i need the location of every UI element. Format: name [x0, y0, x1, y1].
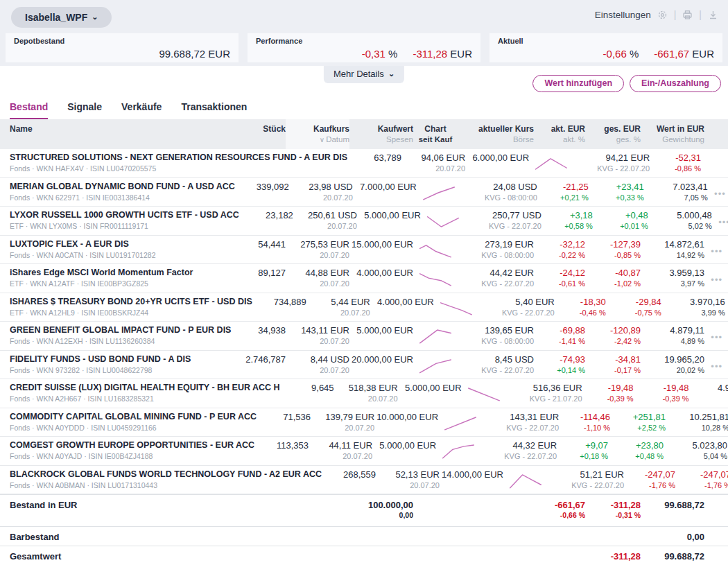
tab-transaktionen[interactable]: Transaktionen [181, 101, 247, 119]
row-menu-icon[interactable]: ••• [704, 354, 722, 372]
current-price-cell: 24,08 USD KVG - 08:00:00 [461, 182, 537, 202]
buy-value-cell: 7.000,00 EUR [353, 182, 417, 193]
more-details-toggle[interactable]: Mehr Details ⌄ [324, 66, 404, 83]
row-menu-icon[interactable]: ••• [708, 182, 726, 199]
table-row[interactable]: LUXTOPIC FLEX - A EUR DIS Fonds · WKN A0… [0, 236, 728, 265]
col-name[interactable]: Name [10, 119, 232, 139]
grand-total-change-cell: -311,28 [585, 551, 641, 562]
table-row[interactable]: MERIAN GLOBAL DYNAMIC BOND FUND - A USD … [0, 178, 728, 207]
settings-label[interactable]: Einstellungen [595, 10, 651, 20]
fund-name-link[interactable]: iShares Edge MSCI World Momentum Factor [10, 268, 232, 277]
total-change-cell: -247,07 -1,76 % [675, 469, 728, 490]
table-row[interactable]: GREEN BENEFIT GLOBAL IMPACT FUND - P EUR… [0, 322, 728, 351]
table-row[interactable]: ISHARES $ TREASURY BOND 20+YR UCITS ETF … [0, 293, 728, 322]
fund-name-link[interactable]: LUXTOPIC FLEX - A EUR DIS [10, 239, 232, 249]
value-cell: 10.251,81 10,28 % [666, 412, 728, 433]
buy-price-cell: 275,53 EUR 20.07.20 [286, 239, 349, 260]
sparkline [428, 217, 459, 227]
col-kaufwert[interactable]: Kaufwert Spesen [349, 119, 413, 148]
fund-name-link[interactable]: COMGEST GROWTH EUROPE OPPORTUNITIES - EU… [10, 440, 254, 450]
fund-name-link[interactable]: LYXOR RUSSELL 1000 GROWTH UCITS ETF - US… [10, 210, 239, 220]
current-price-cell: 51,21 EUR KVG - 22.07.20 [548, 469, 624, 490]
sparkline [445, 417, 476, 429]
sparkline [420, 359, 451, 372]
shares-cell: 54,441 [232, 239, 286, 250]
col-ges-eur[interactable]: ges. EUR ges. % [585, 119, 641, 148]
fund-meta: Fonds · WKN A0BMAN · ISIN LU0171310443 [10, 481, 322, 489]
fund-name-link[interactable]: FIDELITY FUNDS - USD BOND FUND - A DIS [10, 354, 232, 364]
table-row[interactable]: CREDIT SUISSE (LUX) DIGITAL HEALTH EQUIT… [0, 379, 728, 408]
fund-name-link[interactable]: BLACKROCK GLOBAL FUNDS WORLD TECHNOLOGY … [10, 469, 322, 479]
table-header: Name Stück Kaufkurs ∨Datum Kaufwert Spes… [0, 119, 728, 149]
gear-icon[interactable] [657, 10, 668, 20]
total-buy-value-cell: 100.000,00 0,00 [349, 500, 413, 520]
payment-button[interactable]: Ein-/Auszahlung [630, 75, 721, 92]
depot-card: Depotbestand 99.688,72 EUR [6, 33, 239, 62]
total-change-cell: -19,48 -0,39 % [634, 383, 689, 403]
table-row[interactable]: COMGEST GROWTH EUROPE OPPORTUNITIES - EU… [0, 437, 728, 466]
fund-name-link[interactable]: STRUCTURED SOLUTIONS - NEXT GENERATION R… [10, 153, 347, 162]
fund-name-link[interactable]: COMMODITY CAPITAL GLOBAL MINING FUND - P… [10, 412, 257, 421]
fund-meta: Fonds · WKN HAFX4V · ISIN LU0470205575 [10, 164, 347, 173]
col-stueck[interactable]: Stück [232, 119, 286, 139]
table-row[interactable]: LYXOR RUSSELL 1000 GROWTH UCITS ETF - US… [0, 207, 728, 236]
toolbar: Einstellungen | | [595, 9, 718, 20]
cash-label: Barbestand [10, 532, 232, 542]
buy-price-cell: 44,11 EUR 20.07.20 [309, 440, 372, 461]
fund-meta: ETF · WKN A12ATF · ISIN IE00BP3GZ825 [10, 279, 232, 288]
col-wert[interactable]: Wert in EUR Gewichtung [641, 119, 704, 148]
table-row[interactable]: BLACKROCK GLOBAL FUNDS WORLD TECHNOLOGY … [0, 466, 728, 495]
value-cell: 19.965,20 20,02 % [641, 354, 704, 375]
chevron-down-icon: ⌄ [388, 69, 395, 78]
daily-change-cell: -52,31 -0,86 % [650, 153, 701, 173]
col-akt-eur[interactable]: akt. EUR akt. % [534, 119, 585, 148]
fund-name-link[interactable]: GREEN BENEFIT GLOBAL IMPACT FUND - P EUR… [10, 325, 232, 335]
shares-cell: 268,559 [322, 469, 376, 480]
row-menu-icon[interactable]: ••• [704, 325, 722, 342]
depot-value: 99.688,72 EUR [159, 48, 230, 60]
fund-name-link[interactable]: CREDIT SUISSE (LUX) DIGITAL HEALTH EQUIT… [10, 383, 280, 392]
total-change-cell: +251,81 +2,52 % [610, 412, 666, 433]
sparkline [420, 330, 451, 343]
row-menu-icon[interactable]: ••• [704, 239, 722, 257]
total-holdings-label: Bestand in EUR [10, 500, 232, 510]
sparkline-chart [413, 325, 458, 345]
value-cell: 14.872,61 14,92 % [641, 239, 704, 260]
tab-signale[interactable]: Signale [67, 101, 102, 119]
table-row[interactable]: iShares Edge MSCI World Momentum Factor … [0, 264, 728, 293]
fund-meta: Fonds · WKN 973282 · ISIN LU0048622798 [10, 366, 232, 374]
total-change-cell: -40,87 -1,02 % [585, 268, 641, 288]
value-cell: 4.980,52 5,00 % [689, 383, 728, 403]
col-aktueller-kurs[interactable]: aktueller Kurs Börse [458, 119, 534, 148]
table-row[interactable]: STRUCTURED SOLUTIONS - NEXT GENERATION R… [0, 149, 728, 178]
total-change-cell: +23,41 +0,33 % [589, 182, 644, 202]
download-icon[interactable] [708, 10, 718, 20]
tab-verkaeufe[interactable]: Verkäufe [121, 101, 162, 119]
sparkline [468, 388, 499, 401]
sparkline-chart [462, 383, 506, 403]
buy-price-cell: 8,44 USD 20.07.20 [286, 354, 349, 375]
total-change-cell: -311,28 -0,31 % [585, 500, 641, 520]
divider: | [699, 9, 702, 20]
fund-name-link[interactable]: MERIAN GLOBAL DYNAMIC BOND FUND - A USD … [10, 182, 235, 191]
table-row[interactable]: FIDELITY FUNDS - USD BOND FUND - A DIS F… [0, 351, 728, 380]
col-kaufkurs[interactable]: Kaufkurs ∨Datum [286, 119, 349, 149]
shares-cell: 71,536 [257, 412, 311, 423]
total-value-cell: 99.688,72 [641, 500, 704, 511]
fund-name-link[interactable]: ISHARES $ TREASURY BOND 20+YR UCITS ETF … [10, 297, 252, 306]
tab-bestand[interactable]: Bestand [10, 101, 48, 119]
row-menu-icon[interactable]: ••• [725, 297, 728, 314]
account-selector[interactable]: Isabella_WPF ⌄ [11, 7, 112, 28]
daily-change-cell: -21,25 +0,21 % [537, 182, 589, 202]
sparkline-chart [434, 297, 478, 317]
sparkline-chart [417, 182, 461, 202]
divider: | [674, 9, 677, 20]
printer-icon[interactable] [682, 10, 693, 20]
shares-cell: 23,182 [239, 210, 293, 221]
add-value-button[interactable]: Wert hinzufügen [532, 75, 624, 92]
col-chart[interactable]: Chart seit Kauf [413, 119, 458, 148]
table-row[interactable]: COMMODITY CAPITAL GLOBAL MINING FUND - P… [0, 408, 728, 437]
row-menu-icon[interactable]: ••• [712, 210, 728, 227]
sort-chevron-icon: ∨ [320, 136, 324, 144]
row-menu-icon[interactable]: ••• [704, 268, 722, 285]
